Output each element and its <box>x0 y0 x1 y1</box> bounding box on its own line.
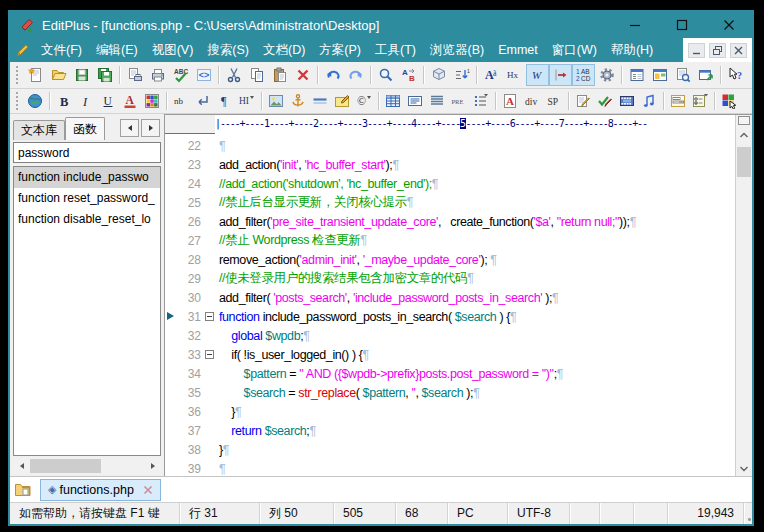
menu-item-2[interactable]: 视图(V) <box>145 38 201 62</box>
code-line[interactable]: 25//禁止后台显示更新，关闭核心提示¶ <box>165 193 752 212</box>
line-break-button[interactable] <box>192 90 214 112</box>
span-tag-button[interactable]: SP <box>543 90 565 112</box>
save-all-button[interactable] <box>93 64 116 86</box>
mdi-minimize-button[interactable] <box>688 43 705 58</box>
find-button[interactable] <box>374 64 397 86</box>
div-container-button[interactable] <box>404 90 426 112</box>
cliptext-button[interactable] <box>625 64 648 86</box>
document-tab-close-icon[interactable] <box>143 485 153 495</box>
scroll-up-arrow[interactable] <box>736 127 752 142</box>
print-button[interactable] <box>146 64 169 86</box>
browser-preview-button[interactable] <box>671 64 694 86</box>
scroll-down-arrow[interactable] <box>736 461 752 476</box>
folder-icon[interactable] <box>14 481 33 498</box>
preformatted-button[interactable]: PRE <box>448 90 470 112</box>
paste-button[interactable] <box>268 64 291 86</box>
word-wrap-button[interactable]: W <box>526 64 549 86</box>
italic-button[interactable]: I <box>75 90 97 112</box>
scroll-right-arrow[interactable] <box>144 458 161 474</box>
panel-horizontal-scrollbar[interactable] <box>13 458 161 474</box>
form-fields-button[interactable] <box>667 90 689 112</box>
replace-button[interactable]: AB <box>397 64 420 86</box>
code-line[interactable]: 26add_filter('pre_site_transient_update_… <box>165 212 752 231</box>
code-line[interactable]: 28remove_action('admin_init', '_maybe_up… <box>165 250 752 269</box>
nbsp-button[interactable]: nb <box>170 90 192 112</box>
toolbar-gripper[interactable] <box>16 92 19 110</box>
code-line[interactable]: 27//禁止 Wordpress 检查更新¶ <box>165 231 752 250</box>
menu-item-7[interactable]: 浏览器(B) <box>423 38 491 62</box>
edit-source-button[interactable] <box>572 90 594 112</box>
menu-item-4[interactable]: 文档(D) <box>256 38 312 62</box>
sort-button[interactable]: 1 <box>450 64 473 86</box>
fold-toggle[interactable] <box>201 345 218 364</box>
save-button[interactable] <box>70 64 93 86</box>
print-preview-button[interactable] <box>123 64 146 86</box>
multimedia-button[interactable] <box>616 90 638 112</box>
editor-vertical-scrollbar[interactable] <box>735 115 752 476</box>
line-numbers-button[interactable]: 1AB2CD <box>572 64 595 86</box>
new-document-button[interactable] <box>24 64 47 86</box>
undo-button[interactable] <box>321 64 344 86</box>
code-view[interactable]: 22¶23add_action('init', 'hc_buffer_start… <box>165 134 752 476</box>
panel-tab-scroll-left-button[interactable] <box>120 119 139 137</box>
hex-view-button[interactable]: Hx <box>503 64 526 86</box>
menu-item-5[interactable]: 方案(P) <box>312 38 368 62</box>
delete-button[interactable] <box>291 64 314 86</box>
copy-button[interactable] <box>245 64 268 86</box>
html-entity-button[interactable]: <> <box>192 64 215 86</box>
syntax-check-button[interactable] <box>594 90 616 112</box>
audio-button[interactable] <box>638 90 660 112</box>
heading-button[interactable]: HI <box>236 90 258 112</box>
browser-globe-button[interactable] <box>24 90 46 112</box>
close-button[interactable] <box>705 12 752 38</box>
preferences-button[interactable] <box>595 64 618 86</box>
help-pointer-button[interactable]: ? <box>724 64 747 86</box>
toolbar-gripper[interactable] <box>16 66 19 84</box>
font-button[interactable]: Aã <box>480 64 503 86</box>
fold-toggle[interactable] <box>201 307 218 326</box>
function-list-item[interactable]: function reset_password_ <box>14 188 160 209</box>
custom-colors-button[interactable] <box>718 90 740 112</box>
form-radio-button[interactable] <box>689 90 711 112</box>
scroll-thumb[interactable] <box>30 459 101 473</box>
menu-item-9[interactable]: 窗口(W) <box>545 38 604 62</box>
code-line[interactable]: 37 return $search;¶ <box>165 421 752 440</box>
function-list-item[interactable]: function include_passwo <box>14 167 160 188</box>
copyright-button[interactable]: © <box>353 90 375 112</box>
split-handle[interactable] <box>738 116 750 125</box>
underline-button[interactable]: U <box>97 90 119 112</box>
code-line[interactable]: 34 $pattern = " AND ({$wpdb->prefix}post… <box>165 364 752 383</box>
horizontal-rule-button[interactable] <box>309 90 331 112</box>
editor-area[interactable]: |----+----1----+----2----+----3----+----… <box>164 114 752 476</box>
code-line[interactable]: 23add_action('init', 'hc_buffer_start');… <box>165 155 752 174</box>
font-color-button[interactable]: A <box>119 90 141 112</box>
function-filter-input[interactable] <box>13 142 161 163</box>
code-line[interactable]: 35 $search = str_replace( $pattern, '', … <box>165 383 752 402</box>
new-window-button[interactable] <box>694 64 717 86</box>
code-line[interactable]: 31function include_password_posts_in_sea… <box>165 307 752 326</box>
menu-item-0[interactable]: 文件(F) <box>34 38 89 62</box>
maximize-button[interactable] <box>658 12 705 38</box>
image-button[interactable] <box>265 90 287 112</box>
scroll-thumb[interactable] <box>737 147 751 177</box>
split-window-button[interactable] <box>648 64 671 86</box>
code-line[interactable]: 38}¶ <box>165 440 752 459</box>
menu-item-6[interactable]: 工具(T) <box>368 38 423 62</box>
bold-button[interactable]: B <box>53 90 75 112</box>
comment-note-button[interactable] <box>331 90 353 112</box>
mdi-restore-button[interactable] <box>709 43 726 58</box>
list-button[interactable] <box>470 90 492 112</box>
table-button[interactable] <box>382 90 404 112</box>
panel-tab-scroll-right-button[interactable] <box>141 119 160 137</box>
menu-item-1[interactable]: 编辑(E) <box>89 38 145 62</box>
redo-button[interactable] <box>344 64 367 86</box>
menu-item-10[interactable]: 帮助(H) <box>604 38 660 62</box>
code-line[interactable]: 39¶ <box>165 459 752 476</box>
tab-functions[interactable]: 函数 <box>65 117 105 140</box>
align-justify-button[interactable] <box>426 90 448 112</box>
color-picker-button[interactable] <box>141 90 163 112</box>
paragraph-button[interactable]: ¶ <box>214 90 236 112</box>
code-line[interactable]: 24//add_action('shutdown', 'hc_buffer_en… <box>165 174 752 193</box>
minimize-button[interactable] <box>611 12 658 38</box>
menu-item-8[interactable]: Emmet <box>491 38 545 62</box>
